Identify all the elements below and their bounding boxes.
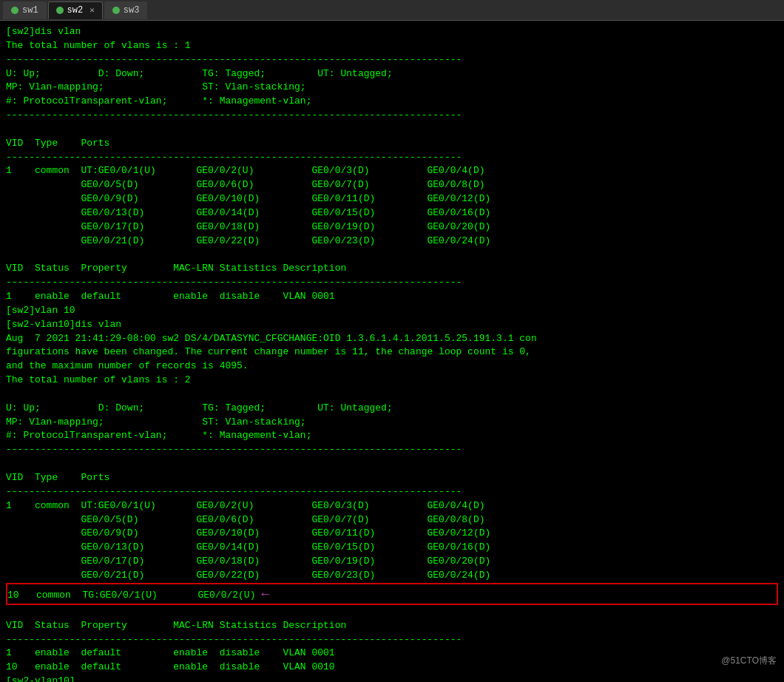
tab-sw3[interactable]: sw3 [104,1,148,19]
terminal-line [6,605,778,619]
terminal-line: #: ProtocolTransparent-vlan; *: Manageme… [6,429,778,443]
terminal-line: [sw2]dis vlan [6,25,778,39]
terminal-line: ----------------------------------------… [6,53,778,67]
terminal-line: 1 common UT:GE0/0/1(U) GE0/0/2(U) GE0/0/… [6,499,778,513]
terminal-line: ----------------------------------------… [6,633,778,647]
terminal-line: ----------------------------------------… [6,443,778,457]
terminal-line: VID Status Property MAC-LRN Statistics D… [6,262,778,276]
terminal-line: #: ProtocolTransparent-vlan; *: Manageme… [6,95,778,109]
terminal-line: The total number of vlans is : 2 [6,374,778,388]
pink-arrow-icon: ← [261,587,269,601]
terminal-line: U: Up; D: Down; TG: Tagged; UT: Untagged… [6,67,778,81]
tab-sw2-close[interactable]: ✕ [89,5,95,15]
terminal-line [6,388,778,402]
tab-bar: sw1 sw2 ✕ sw3 [0,0,784,21]
terminal-line: [sw2-vlan10]dis vlan [6,318,778,332]
terminal-line: 10 enable default enable disable VLAN 00… [6,661,778,675]
terminal-highlighted-line: 10 common TG:GE0/0/1(U) GE0/0/2(U)← [6,583,778,605]
terminal-line: GE0/0/17(D) GE0/0/18(D) GE0/0/19(D) GE0/… [6,555,778,569]
terminal-line: VID Type Ports [6,471,778,485]
terminal-line: ----------------------------------------… [6,109,778,123]
terminal-line: GE0/0/5(D) GE0/0/6(D) GE0/0/7(D) GE0/0/8… [6,178,778,192]
tab-sw2-icon [56,7,64,14]
terminal-line: Aug 7 2021 21:41:29-08:00 sw2 DS/4/DATAS… [6,332,778,346]
tab-sw2-label: sw2 [67,5,84,16]
terminal-line: MP: Vlan-mapping; ST: Vlan-stacking; [6,81,778,95]
terminal-line [6,123,778,137]
terminal: [sw2]dis vlanThe total number of vlans i… [0,21,784,682]
terminal-line: [sw2-vlan10] [6,675,778,682]
terminal-line: GE0/0/21(D) GE0/0/22(D) GE0/0/23(D) GE0/… [6,234,778,249]
terminal-line: VID Status Property MAC-LRN Statistics D… [6,619,778,633]
terminal-line: GE0/0/21(D) GE0/0/22(D) GE0/0/23(D) GE0/… [6,569,778,583]
terminal-line: 1 enable default enable disable VLAN 000… [6,290,778,304]
terminal-line: figurations have been changed. The curre… [6,345,778,359]
terminal-line: ----------------------------------------… [6,485,778,499]
terminal-line: ----------------------------------------… [6,151,778,165]
terminal-line: [sw2]vlan 10 [6,304,778,318]
watermark: @51CTO博客 [721,655,777,667]
terminal-line: GE0/0/9(D) GE0/0/10(D) GE0/0/11(D) GE0/0… [6,192,778,206]
terminal-line: 1 enable default enable disable VLAN 000… [6,646,778,661]
tab-sw1-icon [11,7,18,14]
terminal-line: and the maximum number of records is 409… [6,359,778,374]
terminal-line [6,457,778,471]
tab-sw3-icon [112,7,120,14]
tab-sw1-label: sw1 [22,5,38,16]
terminal-line: 1 common UT:GE0/0/1(U) GE0/0/2(U) GE0/0/… [6,164,778,178]
terminal-line: GE0/0/13(D) GE0/0/14(D) GE0/0/15(D) GE0/… [6,541,778,555]
terminal-line: GE0/0/5(D) GE0/0/6(D) GE0/0/7(D) GE0/0/8… [6,513,778,527]
terminal-line: The total number of vlans is : 1 [6,39,778,53]
terminal-line: U: Up; D: Down; TG: Tagged; UT: Untagged… [6,402,778,416]
tab-sw3-label: sw3 [124,5,140,16]
terminal-line: GE0/0/13(D) GE0/0/14(D) GE0/0/15(D) GE0/… [6,206,778,220]
terminal-line: MP: Vlan-mapping; ST: Vlan-stacking; [6,416,778,430]
tab-sw2[interactable]: sw2 ✕ [48,1,103,19]
tab-sw1[interactable]: sw1 [3,1,47,19]
terminal-line [6,249,778,263]
terminal-line: GE0/0/9(D) GE0/0/10(D) GE0/0/11(D) GE0/0… [6,527,778,541]
terminal-line: ----------------------------------------… [6,276,778,290]
terminal-line: GE0/0/17(D) GE0/0/18(D) GE0/0/19(D) GE0/… [6,220,778,234]
terminal-line: VID Type Ports [6,137,778,151]
